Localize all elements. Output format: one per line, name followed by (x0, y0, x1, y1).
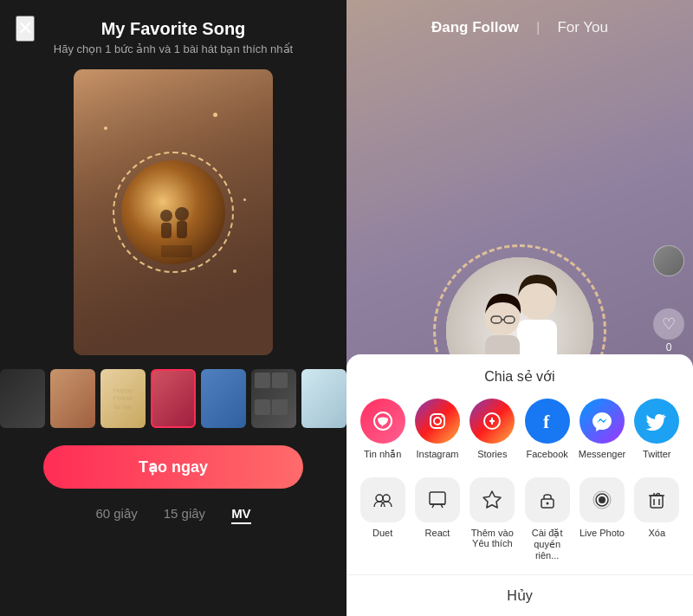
thumbnail-3[interactable]: HappyFollowto me (100, 369, 146, 428)
live-photo-label: Live Photo (580, 528, 625, 538)
stories-logo-icon (480, 409, 504, 433)
like-count: 0 (666, 341, 672, 353)
svg-point-34 (599, 496, 606, 503)
action-react[interactable]: React (412, 477, 463, 561)
share-sheet: Chia sẻ với Tin nhắn (346, 354, 693, 616)
vinyl-image (121, 160, 225, 264)
live-photo-symbol (592, 490, 612, 510)
heart-icon: ♡ (653, 308, 684, 340)
instagram-icon (415, 399, 460, 444)
svg-point-17 (434, 418, 441, 425)
message-icon (371, 409, 395, 433)
facebook-label: Facebook (526, 449, 567, 459)
tab-divider: | (536, 19, 540, 36)
right-header: Đang Follow | For You (346, 0, 693, 45)
xoa-icon (634, 477, 679, 522)
them-vao-yeu-thich-icon (470, 477, 515, 522)
action-row: Duet React (346, 477, 693, 561)
main-image (74, 69, 273, 355)
tab-following[interactable]: Đang Follow (431, 19, 519, 36)
svg-rect-4 (161, 245, 192, 257)
facebook-icon: f (525, 399, 570, 444)
share-item-facebook[interactable]: f Facebook (522, 399, 573, 460)
close-button[interactable]: ✕ (16, 16, 35, 42)
page-title: My Favorite Song (101, 19, 246, 39)
trash-icon (646, 490, 667, 510)
react-symbol (427, 490, 448, 510)
duration-tabs: 60 giây 15 giây MV (95, 506, 250, 524)
tab-for-you[interactable]: For You (557, 19, 608, 36)
page-subtitle: Hãy chọn 1 bức ảnh và 1 bài hát bạn thíc… (54, 42, 293, 55)
cai-dat-icon (525, 477, 570, 522)
svg-text:f: f (543, 411, 550, 432)
tin-nhan-icon (360, 399, 405, 444)
thumbnail-6[interactable] (251, 369, 296, 428)
tin-nhan-label: Tin nhắn (364, 449, 401, 460)
live-photo-icon (580, 477, 625, 522)
share-item-twitter[interactable]: Twitter (631, 399, 682, 460)
svg-point-33 (546, 503, 548, 505)
thumbnail-5[interactable] (201, 369, 246, 428)
share-item-stories[interactable]: Stories (467, 399, 517, 460)
share-item-instagram[interactable]: Instagram (412, 399, 463, 460)
svg-point-26 (383, 495, 390, 502)
right-panel: Đang Follow | For You (346, 0, 693, 616)
instagram-logo-icon (425, 409, 450, 433)
svg-rect-27 (430, 492, 445, 504)
svg-point-2 (160, 210, 172, 222)
react-label: React (425, 528, 450, 538)
share-item-messenger[interactable]: Messenger (577, 399, 627, 460)
svg-rect-37 (651, 496, 663, 508)
messenger-logo-icon (590, 409, 614, 433)
left-panel: ✕ My Favorite Song Hãy chọn 1 bức ảnh và… (0, 0, 346, 616)
messenger-icon (580, 399, 625, 444)
instagram-label: Instagram (417, 449, 459, 459)
share-row: Tin nhắn Instagram (346, 399, 693, 460)
thumbnail-1[interactable] (0, 369, 45, 428)
cai-dat-label: Cài đặtquyền riên... (522, 528, 573, 561)
action-live-photo[interactable]: Live Photo (577, 477, 627, 561)
svg-rect-1 (177, 221, 187, 238)
silhouette-icon (139, 195, 208, 264)
svg-point-25 (376, 495, 383, 502)
twitter-label: Twitter (643, 449, 670, 459)
lock-icon (537, 490, 558, 510)
thumbnail-7[interactable] (301, 369, 346, 428)
right-overlay: Đang Follow | For You (346, 0, 693, 616)
cancel-button[interactable]: Hủy (346, 574, 693, 616)
share-title: Chia sẻ với (346, 368, 693, 385)
action-xoa[interactable]: Xóa (631, 477, 682, 561)
like-button[interactable]: ♡ 0 (653, 308, 684, 353)
duration-60s[interactable]: 60 giây (95, 506, 137, 524)
action-duet[interactable]: Duet (358, 477, 408, 561)
svg-marker-31 (483, 491, 501, 508)
them-vao-yeu-thich-label: Thêm vàoYêu thích (471, 528, 514, 548)
duet-label: Duet (372, 528, 392, 538)
duet-symbol (372, 490, 393, 510)
share-item-tin-nhan[interactable]: Tin nhắn (358, 399, 408, 460)
svg-rect-3 (161, 223, 172, 238)
avatar (653, 245, 684, 276)
create-button[interactable]: Tạo ngay (43, 445, 303, 489)
star-icon (482, 490, 502, 510)
twitter-logo-icon (644, 409, 669, 433)
svg-point-18 (441, 415, 444, 418)
action-them-vao-yeu-thich[interactable]: Thêm vàoYêu thích (467, 477, 517, 561)
stories-label: Stories (477, 449, 507, 459)
duration-mv[interactable]: MV (231, 506, 251, 524)
duet-icon (360, 477, 405, 522)
facebook-logo-icon: f (535, 409, 560, 433)
thumbnail-4[interactable] (151, 369, 196, 428)
messenger-label: Messenger (579, 449, 625, 459)
duration-15s[interactable]: 15 giây (164, 506, 205, 524)
vinyl-inner (121, 160, 225, 264)
thumbnail-strip: HappyFollowto me (0, 369, 355, 428)
vinyl-circle (113, 152, 234, 273)
react-icon (415, 477, 460, 522)
xoa-label: Xóa (649, 528, 666, 538)
stories-icon (470, 399, 515, 444)
action-cai-dat[interactable]: Cài đặtquyền riên... (522, 477, 573, 561)
svg-point-0 (175, 207, 189, 221)
twitter-icon (634, 399, 679, 444)
thumbnail-2[interactable] (50, 369, 95, 428)
